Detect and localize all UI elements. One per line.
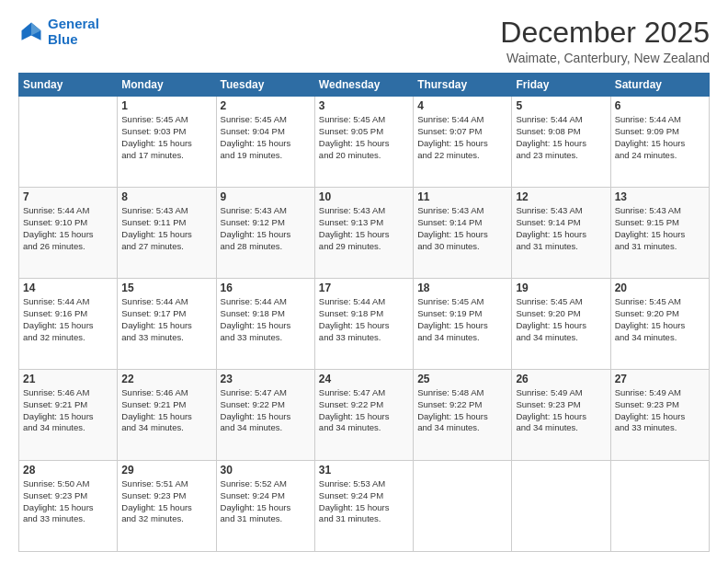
logo-line2: Blue bbox=[48, 31, 78, 47]
day-number: 20 bbox=[615, 282, 705, 294]
calendar-cell: 17Sunrise: 5:44 AM Sunset: 9:18 PM Dayli… bbox=[314, 279, 413, 370]
day-info: Sunrise: 5:46 AM Sunset: 9:21 PM Dayligh… bbox=[121, 387, 211, 434]
calendar-week-1: 1Sunrise: 5:45 AM Sunset: 9:03 PM Daylig… bbox=[19, 97, 710, 188]
day-info: Sunrise: 5:52 AM Sunset: 9:24 PM Dayligh… bbox=[221, 478, 311, 525]
col-thursday: Thursday bbox=[414, 74, 512, 97]
day-number: 22 bbox=[121, 373, 211, 385]
calendar-week-2: 7Sunrise: 5:44 AM Sunset: 9:10 PM Daylig… bbox=[19, 188, 710, 279]
col-saturday: Saturday bbox=[610, 74, 709, 97]
day-number: 19 bbox=[516, 282, 606, 294]
day-info: Sunrise: 5:43 AM Sunset: 9:11 PM Dayligh… bbox=[121, 205, 211, 252]
day-info: Sunrise: 5:49 AM Sunset: 9:23 PM Dayligh… bbox=[615, 387, 705, 434]
day-info: Sunrise: 5:43 AM Sunset: 9:13 PM Dayligh… bbox=[319, 205, 409, 252]
day-number: 1 bbox=[121, 99, 211, 112]
calendar-cell: 21Sunrise: 5:46 AM Sunset: 9:21 PM Dayli… bbox=[19, 370, 118, 461]
calendar-cell: 31Sunrise: 5:53 AM Sunset: 9:24 PM Dayli… bbox=[314, 461, 413, 552]
calendar-cell: 1Sunrise: 5:45 AM Sunset: 9:03 PM Daylig… bbox=[118, 97, 216, 188]
day-number: 25 bbox=[417, 373, 507, 385]
calendar-cell: 24Sunrise: 5:47 AM Sunset: 9:22 PM Dayli… bbox=[314, 370, 413, 461]
day-number: 3 bbox=[319, 99, 409, 112]
calendar-cell bbox=[414, 461, 512, 552]
calendar-cell: 9Sunrise: 5:43 AM Sunset: 9:12 PM Daylig… bbox=[216, 188, 314, 279]
day-number: 12 bbox=[516, 190, 606, 203]
calendar-cell: 23Sunrise: 5:47 AM Sunset: 9:22 PM Dayli… bbox=[216, 370, 314, 461]
day-number: 24 bbox=[319, 373, 409, 385]
calendar-cell: 4Sunrise: 5:44 AM Sunset: 9:07 PM Daylig… bbox=[414, 97, 512, 188]
day-info: Sunrise: 5:44 AM Sunset: 9:09 PM Dayligh… bbox=[615, 114, 705, 161]
calendar-cell: 26Sunrise: 5:49 AM Sunset: 9:23 PM Dayli… bbox=[512, 370, 610, 461]
calendar-week-5: 28Sunrise: 5:50 AM Sunset: 9:23 PM Dayli… bbox=[19, 461, 710, 552]
calendar-cell bbox=[512, 461, 610, 552]
logo: General Blue bbox=[18, 17, 99, 47]
day-number: 29 bbox=[121, 464, 211, 477]
day-info: Sunrise: 5:44 AM Sunset: 9:08 PM Dayligh… bbox=[516, 114, 606, 161]
calendar-cell: 19Sunrise: 5:45 AM Sunset: 9:20 PM Dayli… bbox=[512, 279, 610, 370]
day-info: Sunrise: 5:45 AM Sunset: 9:04 PM Dayligh… bbox=[221, 114, 311, 161]
day-info: Sunrise: 5:43 AM Sunset: 9:15 PM Dayligh… bbox=[615, 205, 705, 252]
day-number: 11 bbox=[417, 190, 507, 203]
col-monday: Monday bbox=[118, 74, 216, 97]
day-info: Sunrise: 5:44 AM Sunset: 9:18 PM Dayligh… bbox=[221, 296, 311, 343]
main-title: December 2025 bbox=[500, 17, 710, 49]
calendar-cell bbox=[610, 461, 709, 552]
title-block: December 2025 Waimate, Canterbury, New Z… bbox=[500, 17, 710, 65]
calendar-cell bbox=[19, 97, 118, 188]
day-number: 9 bbox=[221, 190, 311, 203]
day-number: 5 bbox=[516, 99, 606, 112]
day-info: Sunrise: 5:49 AM Sunset: 9:23 PM Dayligh… bbox=[516, 387, 606, 434]
calendar-cell: 25Sunrise: 5:48 AM Sunset: 9:22 PM Dayli… bbox=[414, 370, 512, 461]
day-number: 26 bbox=[516, 373, 606, 385]
day-info: Sunrise: 5:45 AM Sunset: 9:20 PM Dayligh… bbox=[615, 296, 705, 343]
col-sunday: Sunday bbox=[19, 74, 118, 97]
day-info: Sunrise: 5:44 AM Sunset: 9:16 PM Dayligh… bbox=[23, 296, 113, 343]
day-info: Sunrise: 5:46 AM Sunset: 9:21 PM Dayligh… bbox=[23, 387, 113, 434]
calendar-cell: 28Sunrise: 5:50 AM Sunset: 9:23 PM Dayli… bbox=[19, 461, 118, 552]
day-number: 2 bbox=[221, 99, 311, 112]
day-info: Sunrise: 5:47 AM Sunset: 9:22 PM Dayligh… bbox=[319, 387, 409, 434]
day-number: 31 bbox=[319, 464, 409, 477]
calendar-cell: 6Sunrise: 5:44 AM Sunset: 9:09 PM Daylig… bbox=[610, 97, 709, 188]
col-wednesday: Wednesday bbox=[314, 74, 413, 97]
day-info: Sunrise: 5:44 AM Sunset: 9:18 PM Dayligh… bbox=[319, 296, 409, 343]
day-number: 4 bbox=[417, 99, 507, 112]
calendar-cell: 27Sunrise: 5:49 AM Sunset: 9:23 PM Dayli… bbox=[610, 370, 709, 461]
day-number: 16 bbox=[221, 282, 311, 294]
calendar-header-row: Sunday Monday Tuesday Wednesday Thursday… bbox=[19, 74, 710, 97]
calendar-cell: 8Sunrise: 5:43 AM Sunset: 9:11 PM Daylig… bbox=[118, 188, 216, 279]
day-info: Sunrise: 5:44 AM Sunset: 9:17 PM Dayligh… bbox=[121, 296, 211, 343]
calendar-cell: 22Sunrise: 5:46 AM Sunset: 9:21 PM Dayli… bbox=[118, 370, 216, 461]
day-number: 15 bbox=[121, 282, 211, 294]
calendar-cell: 29Sunrise: 5:51 AM Sunset: 9:23 PM Dayli… bbox=[118, 461, 216, 552]
day-number: 17 bbox=[319, 282, 409, 294]
calendar-week-3: 14Sunrise: 5:44 AM Sunset: 9:16 PM Dayli… bbox=[19, 279, 710, 370]
day-info: Sunrise: 5:43 AM Sunset: 9:12 PM Dayligh… bbox=[221, 205, 311, 252]
calendar-cell: 5Sunrise: 5:44 AM Sunset: 9:08 PM Daylig… bbox=[512, 97, 610, 188]
calendar-cell: 10Sunrise: 5:43 AM Sunset: 9:13 PM Dayli… bbox=[314, 188, 413, 279]
day-number: 18 bbox=[417, 282, 507, 294]
day-number: 28 bbox=[23, 464, 113, 477]
day-number: 6 bbox=[615, 99, 705, 112]
day-number: 14 bbox=[23, 282, 113, 294]
day-info: Sunrise: 5:45 AM Sunset: 9:20 PM Dayligh… bbox=[516, 296, 606, 343]
calendar-cell: 30Sunrise: 5:52 AM Sunset: 9:24 PM Dayli… bbox=[216, 461, 314, 552]
calendar-cell: 7Sunrise: 5:44 AM Sunset: 9:10 PM Daylig… bbox=[19, 188, 118, 279]
calendar-cell: 18Sunrise: 5:45 AM Sunset: 9:19 PM Dayli… bbox=[414, 279, 512, 370]
day-info: Sunrise: 5:51 AM Sunset: 9:23 PM Dayligh… bbox=[121, 478, 211, 525]
calendar-cell: 14Sunrise: 5:44 AM Sunset: 9:16 PM Dayli… bbox=[19, 279, 118, 370]
calendar-week-4: 21Sunrise: 5:46 AM Sunset: 9:21 PM Dayli… bbox=[19, 370, 710, 461]
logo-line1: General bbox=[48, 16, 99, 31]
day-info: Sunrise: 5:53 AM Sunset: 9:24 PM Dayligh… bbox=[319, 478, 409, 525]
logo-text: General Blue bbox=[48, 17, 99, 47]
day-info: Sunrise: 5:45 AM Sunset: 9:03 PM Dayligh… bbox=[121, 114, 211, 161]
day-number: 10 bbox=[319, 190, 409, 203]
day-info: Sunrise: 5:45 AM Sunset: 9:19 PM Dayligh… bbox=[417, 296, 507, 343]
header: General Blue December 2025 Waimate, Cant… bbox=[18, 17, 710, 65]
col-friday: Friday bbox=[512, 74, 610, 97]
day-number: 13 bbox=[615, 190, 705, 203]
subtitle: Waimate, Canterbury, New Zealand bbox=[500, 51, 710, 65]
calendar-cell: 12Sunrise: 5:43 AM Sunset: 9:14 PM Dayli… bbox=[512, 188, 610, 279]
calendar-cell: 11Sunrise: 5:43 AM Sunset: 9:14 PM Dayli… bbox=[414, 188, 512, 279]
col-tuesday: Tuesday bbox=[216, 74, 314, 97]
day-number: 27 bbox=[615, 373, 705, 385]
day-number: 23 bbox=[221, 373, 311, 385]
